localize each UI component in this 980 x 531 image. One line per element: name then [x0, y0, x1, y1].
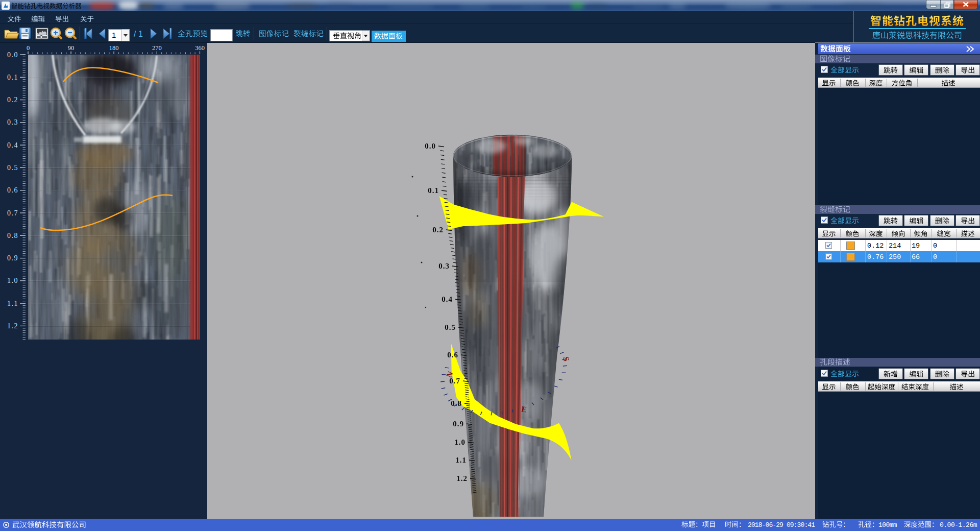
svg-text:0.8: 0.8 — [7, 232, 18, 239]
svg-text:0.4: 0.4 — [442, 295, 453, 303]
svg-text:0.0: 0.0 — [425, 142, 436, 150]
svg-text:0.6: 0.6 — [7, 186, 18, 194]
svg-text:S: S — [561, 356, 571, 362]
svg-text:0.7: 0.7 — [7, 209, 18, 217]
svg-text:0.8: 0.8 — [451, 399, 462, 407]
svg-text:0.3: 0.3 — [438, 262, 450, 270]
svg-text:0.5: 0.5 — [445, 323, 456, 331]
svg-text:0: 0 — [27, 44, 30, 52]
svg-text:1.2: 1.2 — [456, 474, 468, 482]
svg-text:360: 360 — [195, 44, 205, 52]
svg-text:1.0: 1.0 — [454, 438, 465, 446]
svg-text:1.1: 1.1 — [7, 300, 18, 307]
svg-text:0.2: 0.2 — [7, 96, 18, 104]
svg-text:0.9: 0.9 — [7, 254, 18, 262]
svg-text:180: 180 — [109, 44, 119, 52]
svg-text:0.9: 0.9 — [453, 420, 464, 428]
svg-text:270: 270 — [152, 44, 162, 52]
svg-text:0.0: 0.0 — [7, 51, 18, 59]
svg-text:1.0: 1.0 — [7, 277, 18, 284]
svg-text:0.3: 0.3 — [7, 118, 18, 126]
svg-text:0.6: 0.6 — [447, 351, 458, 359]
svg-text:1.2: 1.2 — [7, 322, 18, 330]
svg-text:1.1: 1.1 — [455, 456, 467, 464]
svg-text:0.2: 0.2 — [432, 226, 444, 234]
svg-text:90: 90 — [68, 44, 75, 52]
svg-text:0.1: 0.1 — [428, 186, 439, 195]
svg-text:0.5: 0.5 — [7, 164, 18, 172]
svg-text:0.4: 0.4 — [7, 141, 18, 149]
svg-text:0.1: 0.1 — [7, 74, 18, 81]
